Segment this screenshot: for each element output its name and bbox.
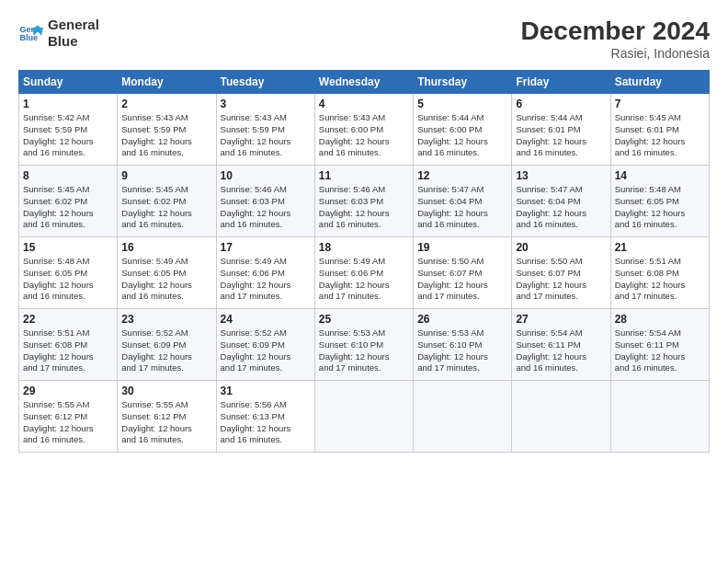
day-number: 6 bbox=[516, 98, 606, 110]
day-info: Sunrise: 5:51 AMSunset: 6:08 PMDaylight:… bbox=[615, 256, 705, 303]
calendar-cell bbox=[512, 381, 610, 453]
calendar-cell: 27Sunrise: 5:54 AMSunset: 6:11 PMDayligh… bbox=[512, 309, 610, 381]
calendar-cell: 13Sunrise: 5:47 AMSunset: 6:04 PMDayligh… bbox=[512, 166, 610, 237]
week-row-3: 15Sunrise: 5:48 AMSunset: 6:05 PMDayligh… bbox=[19, 237, 710, 309]
day-info: Sunrise: 5:51 AMSunset: 6:08 PMDaylight:… bbox=[23, 327, 113, 374]
weekday-header-sunday: Sunday bbox=[19, 71, 118, 94]
logo: General Blue General Blue bbox=[18, 17, 99, 50]
day-info: Sunrise: 5:44 AMSunset: 6:00 PMDaylight:… bbox=[417, 112, 507, 159]
day-info: Sunrise: 5:45 AMSunset: 6:02 PMDaylight:… bbox=[23, 184, 113, 231]
day-number: 17 bbox=[221, 241, 311, 254]
calendar-cell bbox=[314, 381, 413, 453]
week-row-2: 8Sunrise: 5:45 AMSunset: 6:02 PMDaylight… bbox=[19, 166, 710, 237]
calendar-cell: 1Sunrise: 5:42 AMSunset: 5:59 PMDaylight… bbox=[19, 94, 118, 166]
calendar-cell: 20Sunrise: 5:50 AMSunset: 6:07 PMDayligh… bbox=[512, 237, 610, 309]
calendar-cell: 17Sunrise: 5:49 AMSunset: 6:06 PMDayligh… bbox=[216, 237, 314, 309]
day-info: Sunrise: 5:43 AMSunset: 5:59 PMDaylight:… bbox=[221, 112, 311, 159]
day-info: Sunrise: 5:47 AMSunset: 6:04 PMDaylight:… bbox=[417, 184, 507, 231]
day-info: Sunrise: 5:54 AMSunset: 6:11 PMDaylight:… bbox=[615, 327, 705, 374]
day-number: 14 bbox=[615, 169, 705, 182]
calendar-cell: 11Sunrise: 5:46 AMSunset: 6:03 PMDayligh… bbox=[314, 166, 413, 237]
weekday-header-friday: Friday bbox=[512, 71, 610, 94]
header: General Blue General Blue December 2024 … bbox=[18, 17, 710, 61]
weekday-header-saturday: Saturday bbox=[610, 71, 709, 94]
calendar-cell: 9Sunrise: 5:45 AMSunset: 6:02 PMDaylight… bbox=[118, 166, 216, 237]
day-number: 25 bbox=[319, 313, 409, 326]
day-number: 29 bbox=[23, 385, 113, 397]
week-row-5: 29Sunrise: 5:55 AMSunset: 6:12 PMDayligh… bbox=[19, 381, 710, 453]
day-number: 19 bbox=[417, 241, 507, 254]
weekday-header-wednesday: Wednesday bbox=[314, 71, 413, 94]
day-number: 22 bbox=[23, 313, 113, 326]
calendar-cell: 12Sunrise: 5:47 AMSunset: 6:04 PMDayligh… bbox=[414, 166, 512, 237]
month-title: December 2024 bbox=[521, 17, 710, 46]
calendar-cell: 15Sunrise: 5:48 AMSunset: 6:05 PMDayligh… bbox=[19, 237, 118, 309]
weekday-header-row: SundayMondayTuesdayWednesdayThursdayFrid… bbox=[19, 71, 710, 94]
day-number: 13 bbox=[516, 169, 606, 182]
calendar-cell: 26Sunrise: 5:53 AMSunset: 6:10 PMDayligh… bbox=[414, 309, 512, 381]
calendar-cell: 28Sunrise: 5:54 AMSunset: 6:11 PMDayligh… bbox=[610, 309, 709, 381]
day-info: Sunrise: 5:54 AMSunset: 6:11 PMDaylight:… bbox=[516, 327, 606, 374]
day-info: Sunrise: 5:46 AMSunset: 6:03 PMDaylight:… bbox=[319, 184, 409, 231]
logo-text-general: General bbox=[48, 17, 99, 33]
day-info: Sunrise: 5:52 AMSunset: 6:09 PMDaylight:… bbox=[121, 327, 211, 374]
day-number: 1 bbox=[23, 98, 113, 110]
logo-icon: General Blue bbox=[18, 20, 44, 46]
calendar-cell: 29Sunrise: 5:55 AMSunset: 6:12 PMDayligh… bbox=[19, 381, 118, 453]
week-row-1: 1Sunrise: 5:42 AMSunset: 5:59 PMDaylight… bbox=[19, 94, 710, 166]
calendar-cell: 25Sunrise: 5:53 AMSunset: 6:10 PMDayligh… bbox=[314, 309, 413, 381]
day-number: 5 bbox=[417, 98, 507, 110]
day-info: Sunrise: 5:45 AMSunset: 6:02 PMDaylight:… bbox=[121, 184, 211, 231]
weekday-header-thursday: Thursday bbox=[414, 71, 512, 94]
day-info: Sunrise: 5:50 AMSunset: 6:07 PMDaylight:… bbox=[417, 256, 507, 303]
day-number: 2 bbox=[121, 98, 211, 110]
day-number: 16 bbox=[121, 241, 211, 254]
day-number: 15 bbox=[23, 241, 113, 254]
day-info: Sunrise: 5:48 AMSunset: 6:05 PMDaylight:… bbox=[23, 256, 113, 303]
day-info: Sunrise: 5:43 AMSunset: 5:59 PMDaylight:… bbox=[121, 112, 211, 159]
calendar-cell: 10Sunrise: 5:46 AMSunset: 6:03 PMDayligh… bbox=[216, 166, 314, 237]
page: General Blue General Blue December 2024 … bbox=[0, 0, 728, 563]
day-number: 26 bbox=[417, 313, 507, 326]
day-number: 21 bbox=[615, 241, 705, 254]
calendar-cell: 21Sunrise: 5:51 AMSunset: 6:08 PMDayligh… bbox=[610, 237, 709, 309]
calendar-cell bbox=[414, 381, 512, 453]
calendar-cell: 31Sunrise: 5:56 AMSunset: 6:13 PMDayligh… bbox=[216, 381, 314, 453]
day-number: 9 bbox=[121, 169, 211, 182]
calendar-cell: 14Sunrise: 5:48 AMSunset: 6:05 PMDayligh… bbox=[610, 166, 709, 237]
day-info: Sunrise: 5:45 AMSunset: 6:01 PMDaylight:… bbox=[615, 112, 705, 159]
calendar-cell: 2Sunrise: 5:43 AMSunset: 5:59 PMDaylight… bbox=[118, 94, 216, 166]
day-info: Sunrise: 5:43 AMSunset: 6:00 PMDaylight:… bbox=[319, 112, 409, 159]
day-number: 23 bbox=[121, 313, 211, 326]
day-number: 12 bbox=[417, 169, 507, 182]
day-info: Sunrise: 5:49 AMSunset: 6:06 PMDaylight:… bbox=[319, 256, 409, 303]
calendar-cell: 22Sunrise: 5:51 AMSunset: 6:08 PMDayligh… bbox=[19, 309, 118, 381]
calendar-cell: 6Sunrise: 5:44 AMSunset: 6:01 PMDaylight… bbox=[512, 94, 610, 166]
logo-text-blue: Blue bbox=[48, 33, 99, 50]
day-number: 4 bbox=[319, 98, 409, 110]
day-info: Sunrise: 5:49 AMSunset: 6:05 PMDaylight:… bbox=[121, 256, 211, 303]
day-info: Sunrise: 5:53 AMSunset: 6:10 PMDaylight:… bbox=[417, 327, 507, 374]
day-info: Sunrise: 5:56 AMSunset: 6:13 PMDaylight:… bbox=[221, 399, 311, 446]
day-info: Sunrise: 5:55 AMSunset: 6:12 PMDaylight:… bbox=[121, 399, 211, 446]
day-number: 20 bbox=[516, 241, 606, 254]
day-number: 7 bbox=[615, 98, 705, 110]
day-info: Sunrise: 5:50 AMSunset: 6:07 PMDaylight:… bbox=[516, 256, 606, 303]
day-info: Sunrise: 5:53 AMSunset: 6:10 PMDaylight:… bbox=[319, 327, 409, 374]
day-info: Sunrise: 5:55 AMSunset: 6:12 PMDaylight:… bbox=[23, 399, 113, 446]
weekday-header-monday: Monday bbox=[118, 71, 216, 94]
day-info: Sunrise: 5:47 AMSunset: 6:04 PMDaylight:… bbox=[516, 184, 606, 231]
day-info: Sunrise: 5:44 AMSunset: 6:01 PMDaylight:… bbox=[516, 112, 606, 159]
day-info: Sunrise: 5:49 AMSunset: 6:06 PMDaylight:… bbox=[221, 256, 311, 303]
day-info: Sunrise: 5:46 AMSunset: 6:03 PMDaylight:… bbox=[221, 184, 311, 231]
day-number: 18 bbox=[319, 241, 409, 254]
day-number: 31 bbox=[221, 385, 311, 397]
calendar-cell: 7Sunrise: 5:45 AMSunset: 6:01 PMDaylight… bbox=[610, 94, 709, 166]
day-number: 24 bbox=[221, 313, 311, 326]
calendar-cell bbox=[610, 381, 709, 453]
day-number: 11 bbox=[319, 169, 409, 182]
day-number: 3 bbox=[221, 98, 311, 110]
calendar-cell: 3Sunrise: 5:43 AMSunset: 5:59 PMDaylight… bbox=[216, 94, 314, 166]
calendar-cell: 19Sunrise: 5:50 AMSunset: 6:07 PMDayligh… bbox=[414, 237, 512, 309]
location: Rasiei, Indonesia bbox=[521, 46, 710, 61]
